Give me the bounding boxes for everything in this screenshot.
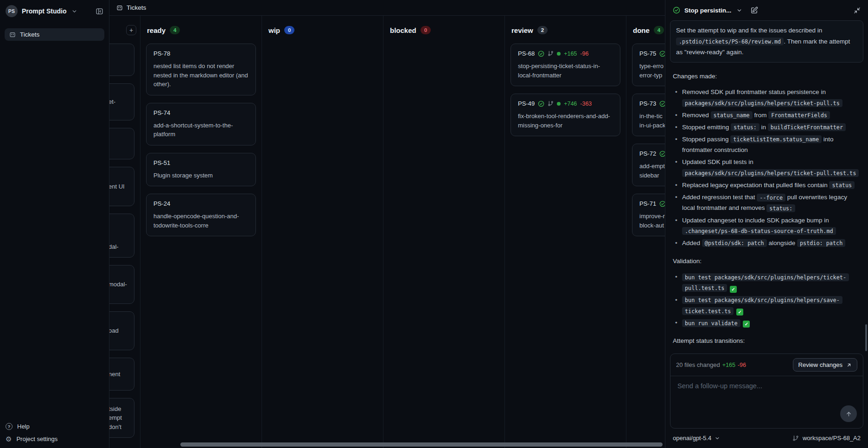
ticket-card-partial[interactable]: dal-	[109, 214, 134, 258]
section-heading: Validation:	[673, 256, 861, 266]
workspace-switcher[interactable]: PS Prompt Studio	[5, 4, 104, 18]
vertical-scrollbar[interactable]	[865, 324, 867, 351]
ticket-card-partial[interactable]: nent	[109, 358, 134, 391]
topbar-tickets-tab[interactable]: Tickets	[127, 4, 146, 11]
ticket-card-header: PS-24	[153, 200, 249, 207]
ticket-card-partial[interactable]: ent UI	[109, 167, 134, 206]
attempt-selector-chevron-icon[interactable]	[736, 7, 742, 13]
edit-icon	[750, 6, 758, 14]
ticket-card[interactable]: PS-73in-the-ticin-ui-pack	[632, 94, 665, 136]
ticket-card-header: PS-49+746-363	[518, 100, 613, 107]
project-settings-label: Project settings	[16, 435, 57, 442]
gear-icon: ⚙	[6, 435, 12, 442]
ticket-card-partial[interactable]	[109, 128, 134, 159]
help-circle-icon: ?	[6, 423, 13, 430]
ticket-card-partial[interactable]: et-	[109, 83, 134, 120]
ticket-title-line: sidebar	[639, 171, 665, 180]
model-selector[interactable]: openai/gpt-5.4	[673, 435, 720, 442]
followup-message-input[interactable]	[670, 376, 863, 428]
kanban-column-done: done4PS-75type-erroerror-typPS-73in-the-…	[626, 16, 665, 448]
ticket-card[interactable]: PS-75type-erroerror-typ	[632, 44, 665, 86]
ticket-title-line: ent UI	[109, 182, 127, 191]
ticket-title-line: type-erro	[639, 62, 665, 71]
ticket-card-partial[interactable]: modal-	[109, 265, 134, 304]
composer-footer: openai/gpt-5.4 workspace/PS-68_A2	[665, 432, 868, 448]
ticket-title-line: block-aut	[639, 221, 665, 230]
git-branch-icon	[548, 50, 554, 57]
list-item: bun run validate ✓	[675, 317, 861, 328]
ticket-card[interactable]: PS-68+165-96stop-persisting-ticket-statu…	[511, 44, 620, 86]
sidebar-item-tickets[interactable]: Tickets	[5, 28, 104, 41]
ticket-title-line: nent	[109, 370, 127, 379]
inline-code: .changeset/ps-68-db-status-source-of-tru…	[682, 227, 836, 235]
deletions-count: -96	[738, 362, 746, 368]
check-circle-icon	[659, 201, 665, 207]
ticket-card[interactable]: PS-78nested list items do not rendernest…	[146, 44, 256, 95]
collapse-sidebar-button[interactable]	[96, 7, 103, 15]
help-button[interactable]: ? Help	[6, 423, 57, 430]
additions-count: +746	[564, 101, 577, 107]
sidebar-footer: ? Help ⚙ Project settings	[6, 423, 57, 442]
ticket-title-line: other).	[153, 80, 249, 89]
ticket-title-line: improve-r	[639, 212, 665, 221]
column-count-badge: 0	[421, 26, 431, 35]
workspace-avatar: PS	[6, 5, 18, 17]
inline-code: status	[829, 181, 855, 189]
column-name: blocked	[390, 26, 416, 34]
inline-code: status:	[731, 123, 760, 131]
column-cards: PS-78nested list items do not rendernest…	[140, 39, 262, 448]
ticket-board-icon	[116, 5, 123, 11]
inline-code: packages/sdk/src/plugins/helpers/ticket-…	[682, 99, 842, 107]
check-circle-icon	[659, 151, 665, 157]
send-message-button[interactable]	[840, 405, 857, 422]
column-cards	[383, 39, 504, 448]
ticket-title-line: error-typ	[639, 71, 665, 80]
inline-code: --force	[757, 194, 785, 202]
workspace-branch-ref[interactable]: workspace/PS-68_A2	[792, 435, 861, 442]
horizontal-scrollbar[interactable]	[180, 442, 663, 447]
ticket-card[interactable]: PS-71improve-rblock-aut	[632, 194, 665, 236]
ticket-card[interactable]: PS-49+746-363fix-broken-tool-renderers-a…	[511, 94, 620, 136]
ticket-card[interactable]: PS-74add-a-shortcut-system-to-the-platfo…	[146, 103, 256, 145]
files-changed-label: 20 files changed	[676, 361, 720, 368]
kanban-board: + et-ent UIdal-modal-oadnenttsideemptdon…	[109, 16, 665, 448]
project-settings-button[interactable]: ⚙ Project settings	[6, 435, 57, 442]
ticket-card[interactable]: PS-72add-emptsidebar	[632, 144, 665, 186]
ticket-title-line: dal-	[109, 242, 127, 252]
column-name: wip	[268, 26, 280, 34]
ticket-card[interactable]: PS-51Plugin storage system	[146, 153, 256, 187]
ticket-title-line: Plugin storage system	[153, 171, 249, 180]
column-count-badge: 4	[170, 26, 180, 35]
ticket-title-line: in-ui-pack	[639, 121, 665, 130]
column-cards: PS-75type-erroerror-typPS-73in-the-ticin…	[626, 39, 665, 448]
ticket-card[interactable]: PS-24handle-opencode-question-and-todowr…	[146, 194, 256, 236]
inline-code: ticketListItem.status_name	[730, 135, 822, 143]
column-header: review2	[505, 16, 626, 39]
kanban-column-partial: + et-ent UIdal-modal-oadnenttsideemptdon…	[109, 16, 140, 448]
column-name: ready	[147, 26, 166, 34]
list-item: Replaced legacy expectation that pulled …	[675, 180, 861, 190]
topbar: Tickets	[109, 0, 665, 16]
ticket-card-partial[interactable]: oad	[109, 311, 134, 350]
ticket-id: PS-72	[639, 150, 656, 157]
additions-count: +165	[722, 362, 735, 368]
section-heading: Changes made:	[673, 71, 861, 82]
add-ticket-button[interactable]: +	[126, 25, 136, 35]
inline-code: FrontmatterFields	[768, 111, 830, 119]
list-item: bun test packages/sdk/src/plugins/helper…	[675, 271, 861, 293]
list-item: Added @pstdio/sdk: patch alongside pstdi…	[675, 238, 861, 248]
ticket-card-partial[interactable]	[109, 44, 134, 76]
attempt-description: Set the attempt to wip and fix the issue…	[670, 20, 863, 63]
ticket-title-line: nested list items do not render	[153, 62, 249, 71]
column-cards: PS-68+165-96stop-persisting-ticket-statu…	[505, 39, 626, 448]
review-changes-button[interactable]: Review changes	[793, 358, 857, 372]
edit-attempt-button[interactable]	[750, 6, 758, 14]
ticket-title-line: don't	[109, 423, 127, 432]
ticket-card-header: PS-75	[639, 50, 665, 57]
ticket-id: PS-49	[518, 100, 535, 107]
list-item: Added regression test that --force pull …	[675, 192, 861, 213]
ticket-card-partial[interactable]: tsideemptdon't	[109, 398, 134, 438]
kanban-column-wip: wip0	[262, 16, 383, 448]
sidebar: PS Prompt Studio Tickets ? Help ⚙ Projec…	[0, 0, 109, 448]
collapse-panel-button[interactable]	[854, 7, 861, 14]
